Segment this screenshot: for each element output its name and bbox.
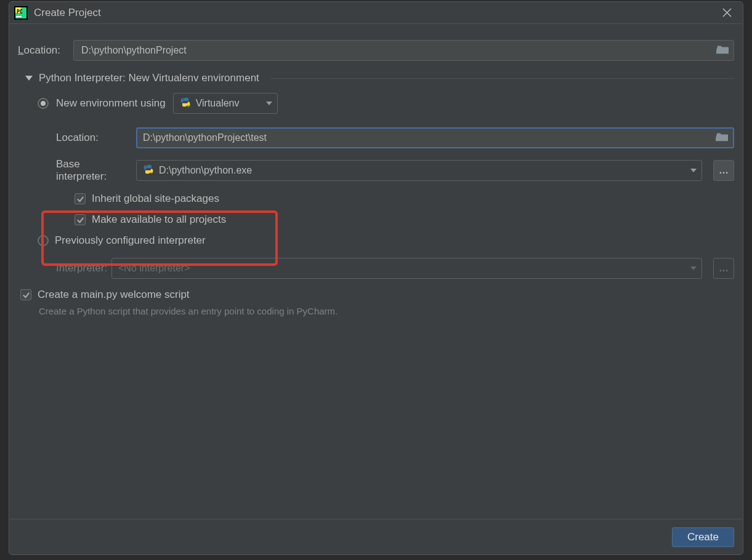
location-label: Location: <box>18 44 73 57</box>
chevron-down-icon <box>690 266 697 270</box>
create-main-checkbox[interactable] <box>20 289 31 300</box>
interpreter-select-value: <No interpreter> <box>118 263 685 274</box>
interpreter-select: <No interpreter> <box>111 258 702 279</box>
previously-configured-radio[interactable] <box>38 235 49 246</box>
chevron-down-icon <box>690 169 697 172</box>
make-available-label: Make available to all projects <box>92 214 226 226</box>
dialog-title: Create Project <box>34 7 716 19</box>
base-interpreter-select[interactable]: D:\python\python.exe <box>136 160 702 181</box>
close-icon <box>722 8 732 17</box>
create-button[interactable]: Create <box>672 527 734 547</box>
browse-folder-icon[interactable] <box>716 44 730 57</box>
env-location-input[interactable]: D:\python\pythonProject\test <box>136 127 734 148</box>
inherit-global-checkbox[interactable] <box>75 193 86 204</box>
create-main-description: Create a Python script that provides an … <box>20 306 734 316</box>
pycharm-icon: PC <box>14 6 28 20</box>
previously-configured-label: Previously configured interpreter <box>55 234 206 247</box>
new-environment-label: New environment using <box>56 97 166 110</box>
python-icon <box>180 97 191 110</box>
env-location-label: Location: <box>38 132 130 144</box>
create-project-dialog: PC Create Project Location: Python Inter… <box>9 1 743 555</box>
project-location-input-wrap[interactable] <box>73 40 734 61</box>
svg-text:PC: PC <box>17 9 23 15</box>
dialog-body: Location: Python Interpreter: New Virtua… <box>9 24 743 519</box>
python-icon <box>143 164 154 177</box>
collapse-icon <box>25 76 33 81</box>
browse-folder-icon[interactable] <box>716 131 729 145</box>
base-interpreter-more-button[interactable]: … <box>713 160 734 181</box>
base-interpreter-value: D:\python\python.exe <box>159 165 685 176</box>
interpreter-section-label: Python Interpreter: New Virtualenv envir… <box>39 72 259 84</box>
close-button[interactable] <box>716 2 738 24</box>
interpreter-section-header[interactable]: Python Interpreter: New Virtualenv envir… <box>25 72 734 84</box>
create-main-label: Create a main.py welcome script <box>38 289 190 301</box>
chevron-down-icon <box>266 102 272 105</box>
svg-rect-4 <box>16 16 22 17</box>
dialog-footer: Create <box>9 519 743 554</box>
interpreter-more-button: … <box>713 258 734 279</box>
project-location-input[interactable] <box>80 44 716 57</box>
inherit-global-label: Inherit global site-packages <box>92 193 219 205</box>
env-tool-select[interactable]: Virtualenv <box>173 93 278 114</box>
interpreter-label: Interpreter: <box>38 262 105 274</box>
titlebar: PC Create Project <box>9 2 743 24</box>
make-available-checkbox[interactable] <box>75 214 86 225</box>
project-location-row: Location: <box>18 40 734 61</box>
base-interpreter-label: Base interpreter: <box>38 158 130 183</box>
env-tool-select-value: Virtualenv <box>196 98 240 109</box>
new-environment-radio[interactable] <box>38 98 49 109</box>
